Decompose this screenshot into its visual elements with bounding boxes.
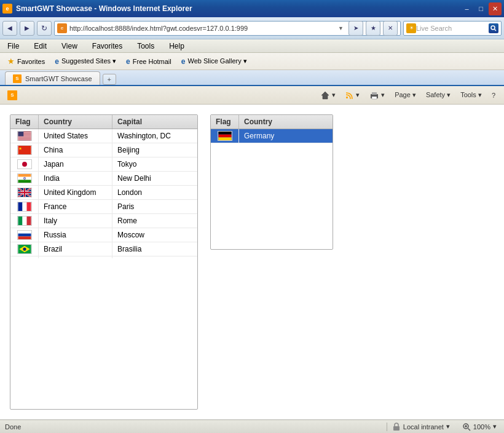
browser-icon: e bbox=[2, 4, 12, 14]
svg-point-17 bbox=[22, 162, 27, 167]
svg-point-21 bbox=[23, 177, 26, 180]
favorites-label: Favorites bbox=[17, 58, 45, 65]
svg-rect-34 bbox=[18, 217, 22, 225]
table-row[interactable]: Brazil Brasilia bbox=[10, 242, 197, 256]
maximize-button[interactable]: □ bbox=[474, 2, 487, 15]
help-button[interactable]: ? bbox=[488, 90, 499, 100]
zone-icon bbox=[392, 423, 401, 431]
minimize-button[interactable]: – bbox=[460, 2, 473, 15]
left-grid-body[interactable]: United States Washington, DC China Beiji… bbox=[10, 129, 197, 258]
address-dropdown-arrow[interactable]: ▼ bbox=[338, 25, 344, 31]
right-header-country: Country bbox=[239, 115, 313, 129]
new-tab-button[interactable]: + bbox=[103, 74, 116, 85]
safety-button[interactable]: Safety ▾ bbox=[422, 90, 454, 100]
suggested-sites-button[interactable]: e Suggested Sites ▾ bbox=[52, 56, 119, 67]
back-button[interactable]: ◀ bbox=[2, 21, 17, 36]
menu-view[interactable]: View bbox=[59, 41, 80, 51]
search-input[interactable]: Live Search bbox=[416, 25, 489, 32]
search-icon bbox=[490, 25, 497, 31]
ie-icon-3: e bbox=[181, 57, 186, 66]
go-button[interactable]: ➤ bbox=[348, 21, 363, 36]
web-slice-gallery-button[interactable]: e Web Slice Gallery ▾ bbox=[179, 56, 250, 67]
svg-rect-11 bbox=[18, 138, 31, 138]
menu-favorites[interactable]: Favorites bbox=[90, 41, 125, 51]
flag-cell-ru bbox=[10, 228, 39, 242]
free-hotmail-button[interactable]: e Free Hotmail bbox=[124, 56, 174, 67]
table-row[interactable]: Canada Ottawa bbox=[10, 256, 197, 258]
country-cell: Japan bbox=[39, 157, 112, 171]
menu-file[interactable]: File bbox=[5, 41, 22, 51]
table-row[interactable]: India New Delhi bbox=[10, 172, 197, 186]
svg-rect-39 bbox=[18, 236, 31, 239]
flag-cell-it bbox=[10, 214, 39, 228]
country-cell: United Kingdom bbox=[39, 186, 112, 199]
rss-button[interactable]: ▾ bbox=[342, 90, 363, 101]
country-cell: Italy bbox=[39, 214, 112, 228]
country-cell-de: Germany bbox=[239, 129, 313, 143]
status-right: Local intranet ▾ 100% ▾ bbox=[387, 423, 499, 431]
svg-rect-4 bbox=[372, 92, 377, 95]
svg-rect-31 bbox=[18, 202, 22, 211]
favorites-button[interactable]: ★ Favorites bbox=[5, 55, 47, 67]
table-row[interactable]: United Kingdom London bbox=[10, 186, 197, 200]
forward-button[interactable]: ▶ bbox=[20, 21, 34, 36]
status-text: Done bbox=[5, 423, 382, 431]
table-row[interactable]: France Paris bbox=[10, 200, 197, 214]
table-row[interactable]: United States Washington, DC bbox=[10, 129, 197, 143]
flag-cell-ca bbox=[10, 256, 39, 258]
window-title: SmartGWT Showcase - Windows Internet Exp… bbox=[16, 4, 192, 13]
svg-rect-20 bbox=[18, 180, 31, 183]
capital-cell: Moscow bbox=[112, 228, 186, 242]
close-button[interactable]: ✕ bbox=[489, 2, 502, 15]
print-button[interactable]: ▾ bbox=[366, 89, 388, 101]
flag-cell-gb bbox=[10, 186, 39, 199]
stop-button[interactable]: ✕ bbox=[383, 21, 398, 36]
flag-cell-in bbox=[10, 172, 39, 185]
search-box[interactable]: ☀ Live Search bbox=[403, 21, 502, 36]
menu-edit[interactable]: Edit bbox=[31, 41, 49, 51]
table-row[interactable]: Italy Rome bbox=[10, 214, 197, 228]
favorites-bar: ★ Favorites e Suggested Sites ▾ e Free H… bbox=[0, 53, 504, 70]
main-tab[interactable]: S SmartGWT Showcase bbox=[5, 71, 100, 85]
capital-cell: Washington, DC bbox=[112, 129, 186, 143]
search-button[interactable] bbox=[489, 23, 498, 33]
capital-cell: Paris bbox=[112, 200, 186, 213]
capital-cell: Brasilia bbox=[112, 242, 186, 256]
svg-rect-36 bbox=[26, 217, 31, 225]
table-row[interactable]: Japan Tokyo bbox=[10, 157, 197, 172]
svg-rect-2 bbox=[346, 97, 348, 98]
flag-cell-br bbox=[10, 242, 39, 256]
tools-button[interactable]: Tools ▾ bbox=[457, 90, 486, 100]
flag-cell-cn bbox=[10, 143, 39, 157]
browser-toolbar: S ▾ ▾ ▾ Page ▾ Safety ▾ Tools ▾ ? bbox=[0, 86, 504, 105]
safety-label: Safety ▾ bbox=[426, 91, 451, 99]
menu-help[interactable]: Help bbox=[167, 41, 187, 51]
menu-tools[interactable]: Tools bbox=[135, 41, 157, 51]
star-icon: ★ bbox=[7, 57, 15, 66]
table-row[interactable]: Germany bbox=[211, 129, 333, 143]
suggested-sites-label: Suggested Sites ▾ bbox=[61, 57, 116, 65]
flag-cell-fr bbox=[10, 200, 39, 213]
capital-cell: Beijing bbox=[112, 143, 186, 157]
capital-cell: Ottawa bbox=[112, 256, 186, 258]
table-row[interactable]: China Beijing bbox=[10, 143, 197, 157]
ie-icon-1: e bbox=[55, 57, 59, 66]
status-bar: Done Local intranet ▾ 100% ▾ bbox=[0, 419, 504, 433]
capital-cell: Rome bbox=[112, 214, 186, 228]
address-bar[interactable]: e http://localhost:8888/index.html?gwt.c… bbox=[54, 21, 401, 36]
right-grid-body: Germany bbox=[211, 129, 333, 143]
zoom-dropdown[interactable]: ▾ bbox=[493, 423, 497, 431]
navigation-bar: ◀ ▶ ↻ e http://localhost:8888/index.html… bbox=[0, 17, 504, 39]
svg-rect-38 bbox=[18, 234, 31, 237]
zoom-control[interactable]: 100% ▾ bbox=[460, 423, 499, 431]
page-icon: e bbox=[57, 23, 67, 33]
home-button[interactable]: ▾ bbox=[317, 89, 339, 101]
page-button[interactable]: Page ▾ bbox=[391, 90, 420, 100]
table-row[interactable]: Russia Moscow bbox=[10, 228, 197, 242]
zone-dropdown[interactable]: ▾ bbox=[446, 423, 450, 431]
svg-rect-18 bbox=[18, 174, 31, 177]
refresh-button[interactable]: ↻ bbox=[37, 21, 52, 36]
security-zone: Local intranet ▾ bbox=[387, 423, 455, 431]
add-favorites-button[interactable]: ★ bbox=[366, 21, 380, 36]
home-icon bbox=[320, 90, 330, 100]
